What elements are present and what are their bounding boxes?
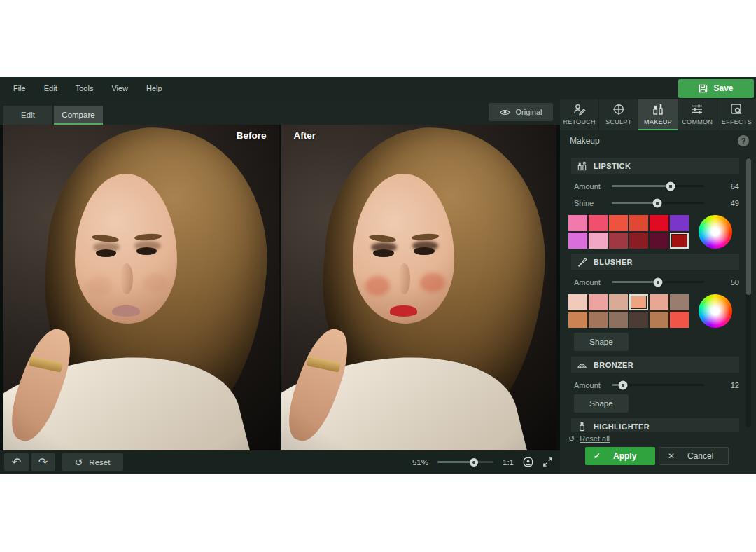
apply-button[interactable]: ✓ Apply: [585, 447, 655, 465]
color-swatch[interactable]: [589, 294, 608, 310]
lipstick-amount-slider[interactable]: [612, 185, 704, 187]
color-swatch[interactable]: [670, 312, 689, 328]
tab-sculpt-label: SCULPT: [606, 118, 631, 125]
zoom-ratio-button[interactable]: 1:1: [503, 458, 514, 467]
color-swatch[interactable]: [629, 312, 648, 328]
panel-scrollbar[interactable]: [746, 157, 751, 427]
reset-button[interactable]: ↺ Reset: [62, 453, 123, 471]
color-swatch[interactable]: [568, 312, 587, 328]
tab-makeup[interactable]: MAKEUP: [638, 99, 677, 130]
tab-compare[interactable]: Compare: [54, 106, 103, 125]
blusher-amount-slider[interactable]: [612, 281, 704, 283]
bronzer-shape-button[interactable]: Shape: [574, 394, 629, 413]
save-label: Save: [713, 83, 733, 93]
after-image: After: [281, 125, 557, 450]
color-swatch[interactable]: [568, 294, 587, 310]
apply-label: Apply: [613, 451, 636, 461]
color-swatch[interactable]: [629, 215, 648, 231]
menu-file[interactable]: File: [4, 81, 35, 96]
color-swatch[interactable]: [650, 294, 668, 310]
color-swatch[interactable]: [589, 215, 608, 231]
color-swatch[interactable]: [629, 294, 648, 310]
portrait-brow: [369, 234, 397, 244]
lipstick-shine-value: 49: [731, 199, 739, 207]
blusher-brush-icon: [577, 256, 587, 267]
color-swatch[interactable]: [568, 215, 587, 231]
zoom-slider-thumb[interactable]: [470, 458, 478, 467]
blusher-colors-row: [568, 294, 739, 328]
lipstick-section-header[interactable]: LIPSTICK: [571, 158, 739, 174]
blusher-section-header[interactable]: BLUSHER: [571, 254, 739, 270]
color-swatch[interactable]: [670, 294, 689, 310]
blusher-color-wheel[interactable]: [699, 294, 732, 328]
lipstick-shine-slider[interactable]: [612, 202, 704, 204]
menu-edit[interactable]: Edit: [35, 81, 66, 96]
color-swatch[interactable]: [609, 294, 628, 310]
portrait-arm: [4, 323, 80, 447]
menu-tools[interactable]: Tools: [66, 81, 103, 96]
color-swatch[interactable]: [609, 233, 628, 249]
color-swatch[interactable]: [670, 215, 689, 231]
original-toggle-button[interactable]: Original: [489, 103, 553, 121]
tab-effects[interactable]: EFFECTS: [718, 99, 756, 130]
side-panel: RETOUCH SCULPT MAKEUP: [560, 99, 756, 474]
fullscreen-icon[interactable]: [542, 457, 553, 467]
redo-button[interactable]: ↷: [31, 453, 55, 471]
undo-button[interactable]: ↶: [4, 453, 29, 471]
slider-thumb[interactable]: [618, 380, 627, 389]
bronzer-amount-slider[interactable]: [612, 384, 704, 386]
help-icon[interactable]: ?: [738, 135, 749, 146]
slider-thumb[interactable]: [654, 277, 663, 287]
portrait-cheek: [143, 273, 167, 293]
color-swatch[interactable]: [629, 233, 648, 249]
tab-common[interactable]: COMMON: [678, 99, 717, 130]
portrait-brow: [91, 234, 119, 244]
menu-help[interactable]: Help: [137, 81, 172, 96]
blusher-section-label: BLUSHER: [594, 258, 633, 266]
slider-thumb[interactable]: [652, 198, 662, 207]
menu-bar: File Edit Tools View Help Save: [0, 77, 756, 99]
color-swatch[interactable]: [650, 312, 668, 328]
zoom-value: 51%: [412, 458, 428, 467]
lipstick-color-wheel[interactable]: [699, 215, 732, 249]
save-button[interactable]: Save: [678, 79, 754, 98]
bronzer-section-label: BRONZER: [594, 361, 634, 369]
highlighter-section-label: HIGHLIGHTER: [594, 422, 650, 431]
lipstick-shine-row: Shine 49: [574, 195, 739, 210]
highlighter-section-header[interactable]: HIGHLIGHTER: [571, 418, 739, 432]
zoom-slider[interactable]: [438, 461, 493, 463]
reset-all-link[interactable]: Reset all: [580, 434, 610, 443]
color-swatch[interactable]: [589, 312, 608, 328]
color-swatch[interactable]: [609, 312, 628, 328]
sculpt-icon: [612, 103, 625, 116]
color-swatch[interactable]: [670, 233, 689, 249]
color-swatch[interactable]: [589, 233, 608, 249]
tab-edit[interactable]: Edit: [4, 106, 52, 125]
blusher-shape-button[interactable]: Shape: [574, 333, 629, 351]
portrait-shoulder: [4, 328, 253, 450]
zoom-slider-fill: [438, 461, 474, 463]
zoom-controls: 51% 1:1: [412, 457, 553, 467]
lipstick-section-label: LIPSTICK: [594, 162, 631, 170]
menu-view[interactable]: View: [102, 81, 137, 96]
amount-label: Amount: [574, 381, 606, 389]
panel-title: Makeup: [570, 136, 600, 146]
amount-label: Amount: [574, 278, 606, 287]
portrait-eye: [96, 249, 117, 257]
cancel-button[interactable]: ✕ Cancel: [659, 447, 729, 465]
slider-thumb[interactable]: [666, 181, 676, 191]
tab-sculpt[interactable]: SCULPT: [599, 99, 638, 130]
bronzer-section-header[interactable]: BRONZER: [571, 357, 739, 373]
color-swatch[interactable]: [650, 215, 668, 231]
color-swatch[interactable]: [609, 215, 628, 231]
reset-all-row: ↺ Reset all: [560, 432, 756, 446]
panel-scrollbar-thumb[interactable]: [746, 158, 751, 295]
color-swatch[interactable]: [650, 233, 668, 249]
tab-retouch[interactable]: RETOUCH: [560, 99, 598, 130]
portrait-face: [353, 174, 455, 324]
fit-image-icon[interactable]: [523, 457, 533, 467]
color-swatch[interactable]: [568, 233, 587, 249]
bronzer-icon: [577, 359, 587, 370]
bronzer-amount-value: 12: [731, 381, 739, 389]
blusher-amount-row: Amount 50: [574, 275, 739, 289]
